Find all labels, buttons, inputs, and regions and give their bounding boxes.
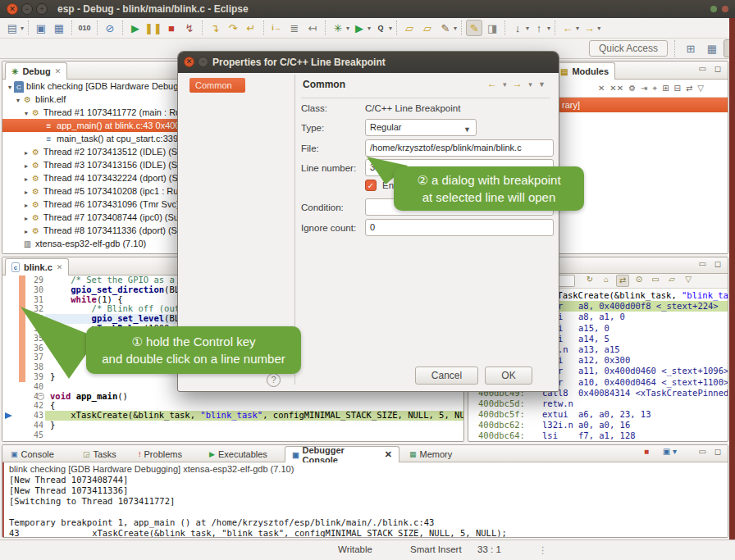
dialog-minimize-button[interactable]: − bbox=[198, 57, 208, 67]
tab-blink-c[interactable]: c blink.c ✕ bbox=[5, 258, 69, 275]
disconnect-icon[interactable]: ↯ bbox=[181, 20, 198, 36]
tree-expand-icon[interactable]: ▸ bbox=[22, 199, 30, 211]
profile-dropdown-icon[interactable]: ▾ bbox=[389, 25, 392, 32]
fold-collapse-icon[interactable]: − bbox=[37, 393, 44, 400]
save-icon[interactable]: ▣ bbox=[33, 20, 49, 36]
mark-occurrences-icon[interactable]: ◨ bbox=[484, 20, 500, 36]
collapse-all-icon[interactable]: ⊟ bbox=[674, 84, 681, 93]
line-number[interactable]: 45 bbox=[21, 430, 43, 440]
minimize-view-icon[interactable]: ▭ bbox=[699, 64, 706, 73]
view-menu-icon[interactable]: ▽ bbox=[682, 275, 695, 287]
sync-selection-icon[interactable]: ⇄ bbox=[616, 275, 629, 287]
tree-expand-icon[interactable]: ▸ bbox=[22, 186, 30, 198]
editor-line[interactable]: 44} bbox=[2, 421, 463, 430]
tree-expand-icon[interactable]: ▾ bbox=[14, 94, 22, 106]
remove-all-modules-icon[interactable]: ✕✕ bbox=[609, 84, 623, 93]
tree-expand-icon[interactable]: ▸ bbox=[22, 173, 30, 184]
disassembly-row[interactable]: 400dbc5d:retw.n bbox=[468, 398, 728, 409]
save-all-icon[interactable]: ▦ bbox=[51, 20, 67, 36]
tree-expand-icon[interactable]: ▾ bbox=[22, 107, 30, 119]
type-dropdown[interactable]: Regular ▼ bbox=[365, 119, 477, 136]
quick-access-button[interactable]: Quick Access bbox=[589, 40, 668, 57]
pin-editor-icon[interactable]: ✎ bbox=[437, 20, 454, 36]
minimize-view-icon[interactable]: ▭ bbox=[699, 447, 706, 456]
profile-icon[interactable]: Q bbox=[372, 20, 389, 36]
tree-expand-icon[interactable]: ▸ bbox=[22, 225, 30, 237]
goto-file-icon[interactable]: ⇥ bbox=[641, 84, 647, 93]
toggle-highlight-marker-icon[interactable]: ✎ bbox=[466, 20, 482, 36]
tab-tasks[interactable]: ◲Tasks bbox=[76, 446, 130, 462]
new-wizard-icon[interactable]: ▤ bbox=[4, 20, 21, 36]
remove-module-icon[interactable]: ✕ bbox=[598, 84, 605, 93]
tab-close-icon[interactable]: ✕ bbox=[385, 449, 392, 460]
dialog-nav-icons[interactable]: ← ▾ → ▾ ▼ bbox=[487, 78, 547, 89]
tree-expand-icon[interactable]: ▸ bbox=[22, 212, 30, 224]
window-maximize-button[interactable]: + bbox=[36, 3, 48, 15]
next-annotation-icon[interactable]: ↓ bbox=[509, 20, 526, 36]
tree-expand-icon[interactable]: ▸ bbox=[22, 160, 30, 171]
display-console-icon[interactable]: ▣ ▾ bbox=[663, 447, 677, 456]
console-output[interactable]: blink checking [GDB Hardware Debugging] … bbox=[2, 462, 728, 537]
new-view-icon[interactable]: ▭ bbox=[649, 275, 662, 287]
maximize-view-icon[interactable]: ◻ bbox=[714, 259, 721, 268]
tab-debug[interactable]: ✳ Debug ✕ bbox=[5, 62, 67, 80]
line-number[interactable]: 42 bbox=[21, 401, 43, 411]
pin-view-icon[interactable]: ▱ bbox=[665, 275, 678, 287]
instruction-stepping-mode-icon[interactable]: ≣ bbox=[286, 20, 303, 36]
step-instruction-icon[interactable]: i→ bbox=[268, 20, 285, 36]
debug-icon[interactable]: ✳ bbox=[330, 20, 346, 36]
line-number[interactable]: 43 bbox=[21, 411, 43, 421]
tab-close-icon[interactable]: ✕ bbox=[57, 263, 63, 271]
line-number[interactable]: 29 bbox=[21, 275, 43, 285]
sort-icon[interactable]: ⇄ bbox=[686, 84, 692, 93]
run-dropdown-icon[interactable]: ▾ bbox=[368, 25, 371, 32]
window-minimize-button[interactable]: − bbox=[21, 3, 33, 15]
maximize-view-icon[interactable]: ◻ bbox=[714, 64, 721, 73]
tab-problems[interactable]: !Problems bbox=[132, 446, 201, 462]
skip-all-breakpoints-icon[interactable]: ⊘ bbox=[102, 20, 118, 36]
tab-close-icon[interactable]: ✕ bbox=[55, 67, 62, 75]
back-history-icon[interactable]: ← bbox=[559, 20, 576, 36]
open-resource-icon[interactable]: ▱ bbox=[419, 20, 436, 36]
previous-annotation-icon[interactable]: ↑ bbox=[531, 20, 547, 36]
dialog-sidebar-item-common[interactable]: Common bbox=[189, 78, 245, 93]
back-history-dropdown-icon[interactable]: ▾ bbox=[576, 25, 579, 32]
tab-debugger-console[interactable]: ▣Debugger Console✕ bbox=[285, 446, 399, 462]
editor-line[interactable]: 43 xTaskCreate(&blink_task, "blink_task"… bbox=[2, 411, 463, 421]
forward-history-icon[interactable]: → bbox=[581, 20, 597, 36]
dialog-close-button[interactable]: ✕ bbox=[184, 57, 194, 67]
binary-view-icon[interactable]: 010 bbox=[76, 20, 93, 36]
minimize-view-icon[interactable]: ▭ bbox=[699, 259, 706, 268]
step-into-icon[interactable]: ↴ bbox=[207, 20, 223, 36]
maximize-view-icon[interactable]: ◻ bbox=[714, 447, 721, 456]
step-return-icon[interactable]: ↵ bbox=[243, 20, 259, 36]
tab-modules[interactable]: ▤ Modules bbox=[554, 62, 615, 80]
cpp-perspective-icon[interactable]: ▦ bbox=[702, 39, 722, 57]
refresh-icon[interactable]: ↻ bbox=[583, 275, 596, 287]
debug-dropdown-icon[interactable]: ▾ bbox=[346, 25, 349, 32]
tab-executables[interactable]: ▶Executables bbox=[203, 446, 281, 462]
tree-expand-icon[interactable]: ▸ bbox=[22, 147, 30, 158]
open-perspective-icon[interactable]: ⊞ bbox=[681, 39, 701, 57]
drop-to-frame-icon[interactable]: ↤ bbox=[304, 20, 321, 36]
tree-expand-icon[interactable]: ▾ bbox=[6, 81, 14, 93]
line-number[interactable]: 30 bbox=[21, 285, 43, 295]
editor-line[interactable]: 41−void app_main() bbox=[2, 392, 463, 402]
disassembly-row[interactable]: 400dbc62:l32i.na0, a0, 16 bbox=[468, 420, 728, 430]
help-button[interactable]: ? bbox=[267, 373, 281, 387]
tab-memory[interactable]: ▦Memory bbox=[403, 446, 462, 462]
line-number[interactable]: 44 bbox=[21, 421, 43, 430]
resume-icon[interactable]: ▶ bbox=[127, 20, 144, 36]
disassembly-row[interactable]: 400dbc64:lsif7, a1, 128 bbox=[468, 430, 728, 441]
editor-line[interactable]: 45 bbox=[2, 430, 463, 440]
tab-console[interactable]: ▣Console bbox=[4, 446, 75, 462]
next-annotation-dropdown-icon[interactable]: ▾ bbox=[526, 25, 529, 32]
collapse-icon[interactable]: ⌖ bbox=[652, 84, 657, 93]
modules-selected-row[interactable]: rary] bbox=[552, 98, 728, 112]
terminate-icon[interactable]: ■ bbox=[163, 20, 180, 36]
home-icon[interactable]: ⌂ bbox=[600, 275, 613, 287]
view-menu-icon[interactable]: ▽ bbox=[697, 84, 704, 93]
expand-all-icon[interactable]: ⊞ bbox=[662, 84, 669, 93]
pin-editor-dropdown-icon[interactable]: ▾ bbox=[454, 25, 457, 32]
window-close-button[interactable]: ✕ bbox=[7, 3, 18, 15]
